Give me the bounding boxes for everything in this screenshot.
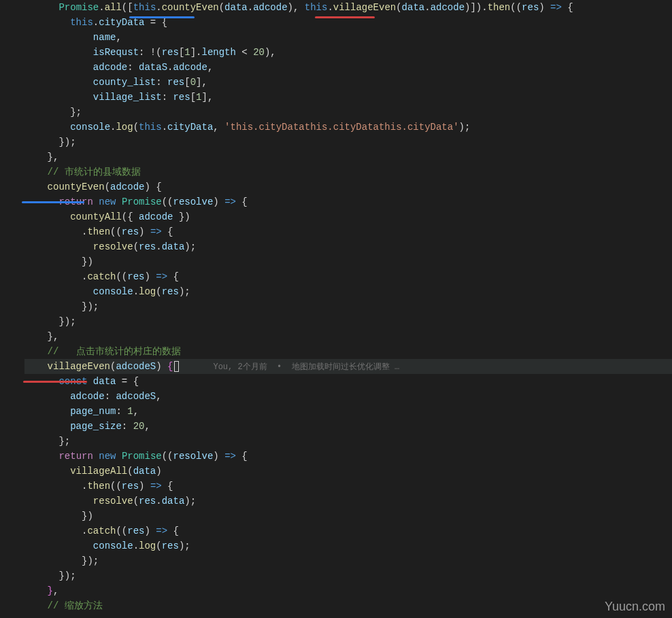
code-line[interactable]: resolve(res.data); <box>24 239 672 254</box>
code-token: ); <box>179 540 190 551</box>
code-token: < <box>236 47 253 58</box>
code-line[interactable]: return new Promise((resolve) => { <box>24 194 672 209</box>
code-token: ) <box>156 466 161 477</box>
code-line[interactable]: const data = { <box>24 374 672 389</box>
code-token: => <box>150 481 162 492</box>
code-token: dataS <box>139 62 167 73</box>
code-token: adcode <box>93 62 127 73</box>
code-token: countyEven <box>162 2 219 13</box>
code-token <box>162 77 167 88</box>
code-line[interactable]: page_num: 1, <box>24 404 672 419</box>
code-editor[interactable]: Promise.all([this.countyEven(data.adcode… <box>0 0 672 613</box>
code-line[interactable]: return new Promise((resolve) => { <box>24 449 672 464</box>
code-token: }; <box>58 436 70 447</box>
code-line[interactable]: isRequst: !(res[1].length < 20), <box>24 45 672 60</box>
code-line[interactable]: console.log(this.cityData, 'this.cityDat… <box>24 120 672 135</box>
code-token <box>122 406 127 417</box>
code-line[interactable]: .catch((res) => { <box>24 269 672 284</box>
code-line[interactable]: }; <box>24 105 672 120</box>
code-token: : <box>156 77 161 88</box>
code-token: return <box>58 451 93 462</box>
code-line[interactable]: }, <box>24 150 672 165</box>
blue-underline-annotation <box>129 16 195 18</box>
code-line[interactable]: }) <box>24 509 672 523</box>
code-line[interactable]: resolve(res.data); <box>24 494 672 509</box>
code-line[interactable]: Promise.all([this.countyEven(data.adcode… <box>24 0 672 15</box>
code-token: ({ <box>122 211 139 222</box>
code-token: , <box>144 421 150 432</box>
code-line[interactable]: }; <box>24 434 672 449</box>
code-line[interactable]: name, <box>24 30 672 45</box>
code-line[interactable]: countyEven(adcode) { <box>24 179 672 194</box>
code-line[interactable]: console.log(res); <box>24 538 672 553</box>
code-line[interactable]: // 缩放方法 <box>24 598 672 613</box>
code-token: ); <box>184 241 196 252</box>
code-token: this <box>139 122 162 133</box>
code-token: ( <box>133 122 139 133</box>
code-line[interactable]: // 点击市统计的村庄的数据 <box>24 344 672 359</box>
code-line[interactable]: .then((res) => { <box>24 224 672 239</box>
code-token: console <box>93 540 133 551</box>
code-token: , <box>213 122 224 133</box>
code-token: adcodeS <box>116 391 156 402</box>
code-token: ( <box>156 286 161 297</box>
code-line[interactable]: countyAll({ adcode }) <box>24 209 672 224</box>
code-token: , <box>53 585 58 596</box>
code-token: 20 <box>133 421 145 432</box>
code-line[interactable]: }); <box>24 299 672 314</box>
code-token: 1 <box>184 47 190 58</box>
code-line[interactable]: }); <box>24 553 672 568</box>
code-line[interactable]: adcode: adcodeS, <box>24 389 672 404</box>
code-line[interactable]: }) <box>24 254 672 269</box>
code-token: ( <box>133 241 139 252</box>
code-token: : <box>122 421 127 432</box>
code-line[interactable]: villageAll(data) <box>24 464 672 479</box>
code-token: ]. <box>190 47 202 58</box>
code-line[interactable]: }); <box>24 568 672 583</box>
watermark: Yuucn.com <box>605 599 665 614</box>
code-token: resolve <box>173 196 214 207</box>
code-token: new <box>99 196 116 207</box>
code-token: . <box>156 241 161 252</box>
code-line[interactable]: village_list: res[1], <box>24 90 672 105</box>
code-token: countyEven <box>48 182 105 192</box>
code-token: cityData <box>167 122 213 133</box>
code-line[interactable]: county_list: res[0], <box>24 75 672 90</box>
code-token: => <box>156 526 167 536</box>
code-token: data <box>162 496 185 507</box>
code-line[interactable]: }); <box>24 314 672 329</box>
code-line[interactable]: }, <box>24 583 672 598</box>
code-line[interactable]: // 市统计的县域数据 <box>24 165 672 179</box>
code-token: 20 <box>253 47 265 58</box>
code-token: villageAll <box>70 466 127 477</box>
code-line[interactable]: page_size: 20, <box>24 419 672 434</box>
code-token: all <box>105 2 122 13</box>
code-token: => <box>150 226 162 237</box>
code-line[interactable]: console.log(res); <box>24 284 672 299</box>
code-token: adcodeS <box>116 361 156 372</box>
code-token: ) <box>213 451 224 462</box>
code-token: then <box>87 226 110 237</box>
code-line[interactable]: .catch((res) => { <box>24 523 672 538</box>
code-token: res <box>122 481 139 492</box>
code-token: county_list <box>93 77 156 88</box>
code-line[interactable]: adcode: dataS.adcode, <box>24 60 672 75</box>
code-token: , <box>133 406 139 417</box>
code-token: ], <box>202 92 214 103</box>
cursor <box>174 361 179 372</box>
code-token: page_size <box>70 421 122 432</box>
codelens-annotation[interactable]: You, 2个月前 • 地图加载时间过长优化调整 … <box>213 362 399 372</box>
code-line[interactable]: villageEven(adcodeS) {You, 2个月前 • 地图加载时间… <box>24 359 672 374</box>
code-token: data <box>162 241 185 252</box>
code-token: . <box>156 496 161 507</box>
code-line[interactable]: .then((res) => { <box>24 479 672 494</box>
code-token: (( <box>510 2 522 13</box>
code-line[interactable]: }); <box>24 135 672 150</box>
code-token: village_list <box>93 92 162 103</box>
code-line[interactable]: }, <box>24 329 672 344</box>
code-token: (( <box>110 481 122 492</box>
code-token: data <box>133 466 156 477</box>
code-token: ( <box>396 2 401 13</box>
code-token: . <box>162 122 167 133</box>
code-token: 'this.cityDatathis.cityDatathis.cityData… <box>224 122 458 133</box>
